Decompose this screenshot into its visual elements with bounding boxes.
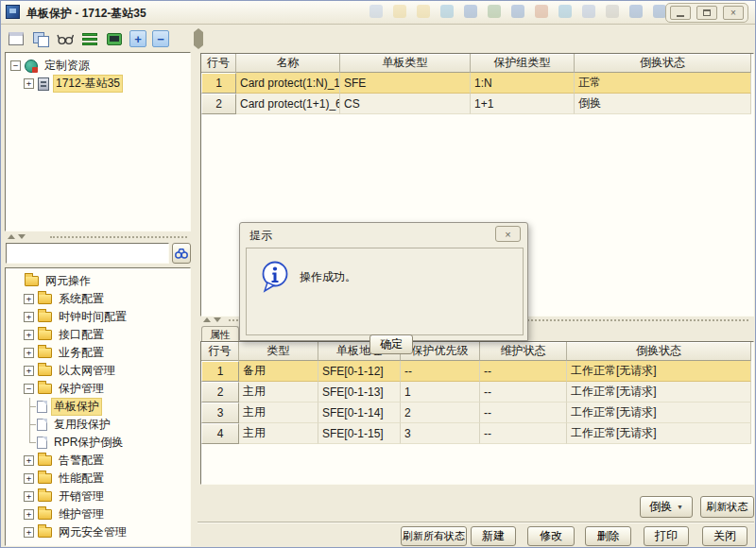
- operation-tree-item[interactable]: −保护管理: [6, 380, 190, 398]
- table-cell[interactable]: 1+1: [471, 94, 575, 114]
- operation-tree-item[interactable]: RPR保护倒换: [6, 434, 190, 452]
- expand-expander[interactable]: +: [24, 455, 34, 466]
- table-cell[interactable]: 正常: [575, 73, 751, 94]
- tree-item-label[interactable]: 保护管理: [56, 380, 107, 398]
- operation-tree-item[interactable]: +网元操作: [6, 272, 190, 290]
- search-tool-button[interactable]: [56, 29, 75, 48]
- tree-item-label[interactable]: 告警配置: [56, 452, 107, 470]
- expand-expander[interactable]: +: [24, 473, 34, 484]
- row-header-cell[interactable]: 2: [201, 94, 236, 114]
- switch-button[interactable]: 倒换 ▼: [640, 496, 693, 518]
- expand-all-button[interactable]: +: [129, 30, 146, 47]
- close-button[interactable]: ×: [723, 6, 744, 20]
- expand-expander[interactable]: +: [24, 294, 34, 304]
- table-cell[interactable]: 主用: [239, 382, 318, 402]
- tree-item-label[interactable]: 接口配置: [56, 326, 107, 344]
- operation-tree-item[interactable]: +维护管理: [6, 505, 190, 523]
- table-cell[interactable]: SFE[0-1-13]: [318, 382, 401, 402]
- operation-tree-item[interactable]: +业务配置: [6, 344, 190, 362]
- table-cell[interactable]: 主用: [239, 423, 318, 444]
- table-cell[interactable]: --: [401, 361, 480, 382]
- tree-item-label[interactable]: 时钟时间配置: [56, 308, 129, 326]
- resource-tree-item[interactable]: −定制资源: [6, 57, 190, 75]
- resource-tree-item[interactable]: +1712-基站35: [6, 75, 190, 93]
- table-row[interactable]: 3主用SFE[0-1-14]2--工作正常[无请求]: [201, 402, 751, 423]
- tree-search-input[interactable]: [6, 243, 169, 264]
- close-window-button[interactable]: 关闭: [702, 526, 747, 546]
- operation-tree-item[interactable]: +系统配置: [6, 290, 190, 308]
- row-header-cell[interactable]: 4: [201, 423, 239, 444]
- table-cell[interactable]: 工作正常[无请求]: [567, 361, 751, 382]
- ok-button[interactable]: 确定: [369, 334, 413, 354]
- collapse-expander[interactable]: −: [10, 60, 21, 71]
- table-cell[interactable]: 备用: [239, 361, 318, 382]
- maximize-button[interactable]: [696, 6, 717, 20]
- table-cell[interactable]: Card protect(1:N)_1: [236, 73, 340, 94]
- operation-tree-item[interactable]: +开销管理: [6, 488, 190, 505]
- table-row[interactable]: 2主用SFE[0-1-13]1--工作正常[无请求]: [201, 382, 751, 402]
- delete-button[interactable]: 删除: [585, 526, 631, 546]
- refresh-status-button[interactable]: 刷新状态: [700, 496, 754, 518]
- table-cell[interactable]: 工作正常[无请求]: [567, 382, 751, 402]
- table-row[interactable]: 1备用SFE[0-1-12]----工作正常[无请求]: [201, 361, 751, 382]
- splitter-collapse-arrows[interactable]: [8, 234, 26, 239]
- table-row[interactable]: 2Card protect(1+1)_68096CS1+1倒换: [201, 94, 751, 114]
- column-header[interactable]: 倒换状态: [567, 342, 751, 361]
- table-cell[interactable]: 1:N: [471, 73, 575, 94]
- splitter-collapse-arrows[interactable]: [203, 317, 221, 322]
- tree-item-label[interactable]: 定制资源: [42, 57, 93, 75]
- tree-item-label[interactable]: 网元安全管理: [56, 523, 129, 541]
- table-cell[interactable]: 工作正常[无请求]: [567, 402, 751, 423]
- search-button[interactable]: [172, 243, 191, 264]
- table-cell[interactable]: --: [480, 361, 567, 382]
- list-view-button[interactable]: [80, 29, 99, 48]
- expand-expander[interactable]: +: [24, 348, 34, 358]
- column-header[interactable]: 行号: [201, 342, 239, 361]
- column-header[interactable]: 维护状态: [480, 342, 567, 361]
- operation-tree-item[interactable]: 单板保护: [6, 398, 190, 416]
- table-cell[interactable]: SFE: [340, 73, 471, 94]
- table-cell[interactable]: SFE[0-1-14]: [318, 402, 401, 423]
- column-header[interactable]: 类型: [239, 342, 318, 361]
- tree-item-label[interactable]: 系统配置: [56, 290, 107, 308]
- tree-item-label[interactable]: 复用段保护: [51, 416, 113, 434]
- operation-tree-item[interactable]: +性能配置: [6, 470, 190, 488]
- column-header[interactable]: 行号: [201, 54, 236, 73]
- expand-expander[interactable]: +: [24, 312, 34, 322]
- row-header-cell[interactable]: 2: [201, 382, 239, 402]
- expand-expander[interactable]: +: [24, 366, 34, 376]
- expand-expander[interactable]: +: [24, 509, 34, 520]
- table-cell[interactable]: --: [480, 382, 567, 402]
- tree-item-label[interactable]: 单板保护: [51, 398, 102, 416]
- table-cell[interactable]: 主用: [239, 402, 318, 423]
- operation-tree-item[interactable]: +接口配置: [6, 326, 190, 344]
- new-button[interactable]: 新建: [471, 526, 516, 546]
- minimize-button[interactable]: [670, 6, 691, 20]
- expand-expander[interactable]: +: [24, 78, 34, 89]
- table-cell[interactable]: SFE[0-1-15]: [318, 423, 401, 444]
- column-header[interactable]: 保护组类型: [471, 54, 575, 73]
- collapse-all-button[interactable]: −: [152, 30, 169, 47]
- tree-item-label[interactable]: 业务配置: [56, 344, 107, 362]
- operation-tree-item[interactable]: +时钟时间配置: [6, 308, 190, 326]
- tab-properties[interactable]: 属性: [201, 326, 239, 342]
- column-header[interactable]: 倒换状态: [575, 54, 751, 73]
- modify-button[interactable]: 修改: [527, 526, 575, 546]
- table-cell[interactable]: --: [480, 423, 567, 444]
- vertical-splitter[interactable]: [194, 32, 201, 45]
- dialog-close-button[interactable]: ×: [495, 226, 521, 242]
- table-cell[interactable]: 倒换: [575, 94, 751, 114]
- table-cell[interactable]: 3: [401, 423, 480, 444]
- tree-item-label[interactable]: RPR保护倒换: [51, 434, 126, 452]
- tree-item-label[interactable]: 开销管理: [56, 488, 107, 505]
- row-header-cell[interactable]: 3: [201, 402, 239, 423]
- table-cell[interactable]: Card protect(1+1)_68096: [236, 94, 340, 114]
- column-header[interactable]: 单板类型: [340, 54, 471, 73]
- collapse-expander[interactable]: −: [24, 384, 34, 394]
- tree-item-label[interactable]: 性能配置: [56, 470, 107, 488]
- tree-item-label[interactable]: 维护管理: [56, 505, 107, 523]
- row-header-cell[interactable]: 1: [201, 73, 236, 94]
- table-cell[interactable]: --: [480, 402, 567, 423]
- tree-item-label[interactable]: 1712-基站35: [53, 75, 123, 93]
- table-row[interactable]: 4主用SFE[0-1-15]3--工作正常[无请求]: [201, 423, 751, 444]
